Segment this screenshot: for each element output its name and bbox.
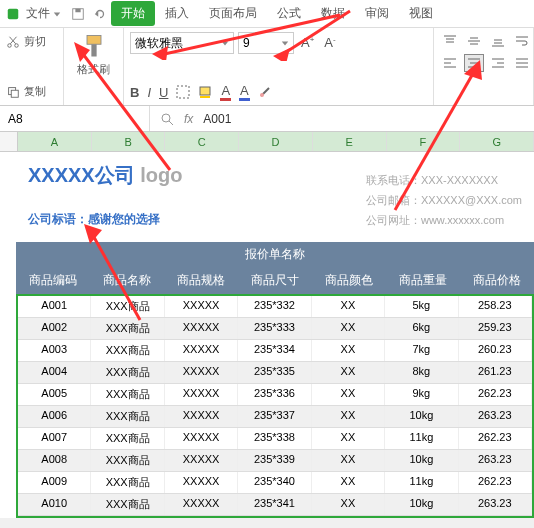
align-left-button[interactable] (440, 54, 460, 72)
table-row[interactable]: A003XXX商品XXXXX235*334XX7kg260.23 (18, 340, 532, 362)
align-middle-button[interactable] (464, 32, 484, 50)
col-header[interactable]: B (92, 132, 166, 151)
select-all-corner[interactable] (0, 132, 18, 151)
tab-data[interactable]: 数据 (311, 1, 355, 26)
align-right-button[interactable] (488, 54, 508, 72)
table-cell[interactable]: 262.23 (459, 428, 532, 449)
table-cell[interactable]: 235*332 (238, 296, 311, 317)
bold-button[interactable]: B (130, 85, 139, 100)
table-cell[interactable]: 8kg (385, 362, 458, 383)
table-cell[interactable]: A010 (18, 494, 91, 515)
font-size-select[interactable]: 9 (238, 32, 294, 54)
table-cell[interactable]: 11kg (385, 472, 458, 493)
table-cell[interactable]: 7kg (385, 340, 458, 361)
increase-font-button[interactable]: A+ (298, 35, 317, 50)
table-cell[interactable]: A005 (18, 384, 91, 405)
table-cell[interactable]: 235*335 (238, 362, 311, 383)
table-cell[interactable]: XXX商品 (91, 428, 164, 449)
col-header[interactable]: F (387, 132, 461, 151)
table-cell[interactable]: 235*339 (238, 450, 311, 471)
col-header[interactable]: C (165, 132, 239, 151)
table-row[interactable]: A005XXX商品XXXXX235*336XX9kg262.23 (18, 384, 532, 406)
table-cell[interactable]: XX (312, 362, 385, 383)
table-cell[interactable]: XXX商品 (91, 318, 164, 339)
table-cell[interactable]: A006 (18, 406, 91, 427)
font-color-button[interactable]: A (220, 83, 231, 101)
table-cell[interactable]: XXXXX (165, 362, 238, 383)
borders-button[interactable] (176, 85, 190, 99)
save-icon[interactable] (71, 7, 85, 21)
italic-button[interactable]: I (147, 85, 151, 100)
table-cell[interactable]: 10kg (385, 450, 458, 471)
table-cell[interactable]: A008 (18, 450, 91, 471)
font-name-select[interactable]: 微软雅黑 (130, 32, 234, 54)
table-cell[interactable]: XXXXX (165, 494, 238, 515)
table-cell[interactable]: XXX商品 (91, 384, 164, 405)
table-cell[interactable]: XXXXX (165, 384, 238, 405)
tab-view[interactable]: 视图 (399, 1, 443, 26)
table-cell[interactable]: XX (312, 494, 385, 515)
align-center-button[interactable] (464, 54, 484, 72)
table-cell[interactable]: 259.23 (459, 318, 532, 339)
table-row[interactable]: A007XXX商品XXXXX235*338XX11kg262.23 (18, 428, 532, 450)
table-cell[interactable]: XX (312, 318, 385, 339)
table-cell[interactable]: 258.23 (459, 296, 532, 317)
table-cell[interactable]: A009 (18, 472, 91, 493)
wrap-text-button[interactable] (512, 32, 532, 50)
table-cell[interactable]: XXX商品 (91, 406, 164, 427)
fill-color-button[interactable] (198, 85, 212, 99)
table-row[interactable]: A004XXX商品XXXXX235*335XX8kg261.23 (18, 362, 532, 384)
tab-formula[interactable]: 公式 (267, 1, 311, 26)
table-cell[interactable]: 5kg (385, 296, 458, 317)
table-cell[interactable]: XX (312, 472, 385, 493)
table-cell[interactable]: 11kg (385, 428, 458, 449)
table-cell[interactable]: XX (312, 406, 385, 427)
decrease-font-button[interactable]: A- (321, 35, 338, 50)
table-cell[interactable]: XX (312, 296, 385, 317)
table-row[interactable]: A006XXX商品XXXXX235*337XX10kg263.23 (18, 406, 532, 428)
file-menu[interactable]: 文件 (20, 5, 67, 22)
name-box[interactable]: A8 (0, 106, 150, 131)
table-cell[interactable]: 263.23 (459, 494, 532, 515)
table-cell[interactable]: A002 (18, 318, 91, 339)
table-cell[interactable]: XXX商品 (91, 296, 164, 317)
sheet-content[interactable]: XXXXX公司 logo 公司标语：感谢您的选择 联系电话：XXX-XXXXXX… (16, 152, 534, 518)
table-row[interactable]: A009XXX商品XXXXX235*340XX11kg262.23 (18, 472, 532, 494)
table-cell[interactable]: A004 (18, 362, 91, 383)
table-cell[interactable]: XXX商品 (91, 472, 164, 493)
table-row[interactable]: A001XXX商品XXXXX235*332XX5kg258.23 (18, 296, 532, 318)
table-row[interactable]: A002XXX商品XXXXX235*333XX6kg259.23 (18, 318, 532, 340)
table-cell[interactable]: 262.23 (459, 384, 532, 405)
undo-icon[interactable] (93, 7, 107, 21)
table-cell[interactable]: A003 (18, 340, 91, 361)
table-row[interactable]: A010XXX商品XXXXX235*341XX10kg263.23 (18, 494, 532, 516)
table-cell[interactable]: XXXXX (165, 472, 238, 493)
table-cell[interactable]: 235*341 (238, 494, 311, 515)
table-cell[interactable]: 261.23 (459, 362, 532, 383)
table-cell[interactable]: XXXXX (165, 296, 238, 317)
table-cell[interactable]: 263.23 (459, 406, 532, 427)
tab-review[interactable]: 审阅 (355, 1, 399, 26)
table-cell[interactable]: XXXXX (165, 450, 238, 471)
table-cell[interactable]: 263.23 (459, 450, 532, 471)
table-cell[interactable]: XX (312, 384, 385, 405)
table-cell[interactable]: XX (312, 428, 385, 449)
col-header[interactable]: D (239, 132, 313, 151)
table-cell[interactable]: XXXXX (165, 428, 238, 449)
table-cell[interactable]: XX (312, 450, 385, 471)
table-cell[interactable]: A007 (18, 428, 91, 449)
highlight-button[interactable]: A (239, 83, 250, 101)
tab-home[interactable]: 开始 (111, 1, 155, 26)
tab-insert[interactable]: 插入 (155, 1, 199, 26)
table-cell[interactable]: 10kg (385, 494, 458, 515)
copy-button[interactable]: 复制 (6, 82, 57, 101)
table-cell[interactable]: 9kg (385, 384, 458, 405)
table-cell[interactable]: XXXXX (165, 340, 238, 361)
table-cell[interactable]: 10kg (385, 406, 458, 427)
clear-format-button[interactable] (258, 85, 272, 99)
table-cell[interactable]: 235*334 (238, 340, 311, 361)
fx-label[interactable]: fx (184, 112, 193, 126)
table-cell[interactable]: 235*333 (238, 318, 311, 339)
table-cell[interactable]: XXX商品 (91, 450, 164, 471)
align-top-button[interactable] (440, 32, 460, 50)
